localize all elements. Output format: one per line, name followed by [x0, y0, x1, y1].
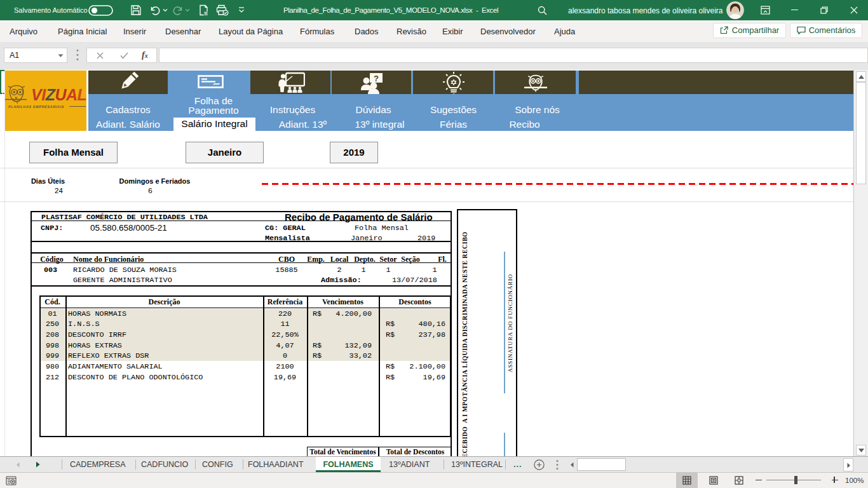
svg-text:?: ?	[374, 74, 379, 83]
